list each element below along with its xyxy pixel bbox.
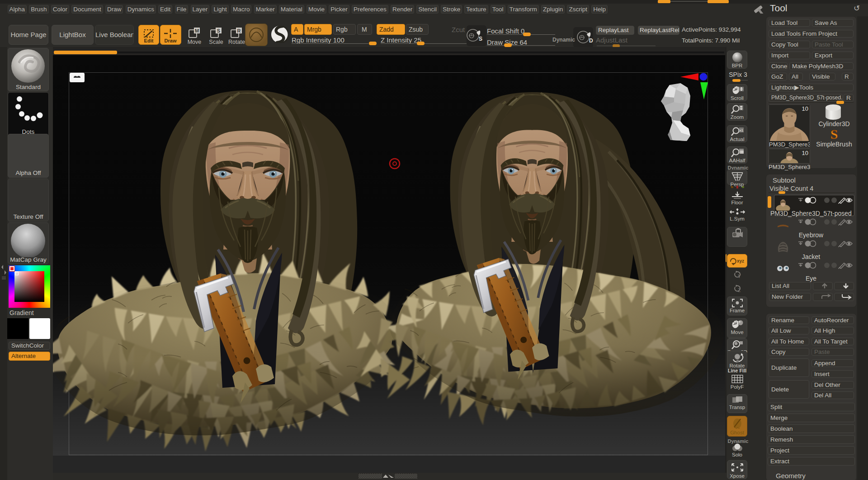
svg-text:Z: Z [738, 288, 741, 293]
svg-text:S: S [479, 36, 482, 42]
svg-text:M: M [195, 28, 199, 33]
svg-text:R: R [237, 28, 241, 33]
svg-text:S: S [217, 28, 220, 33]
svg-text:Draw: Draw [165, 38, 177, 43]
svg-text:S: S [830, 127, 838, 141]
svg-text:D: D [589, 38, 593, 44]
svg-text:xyz: xyz [737, 259, 744, 264]
svg-text:Y: Y [738, 274, 741, 279]
svg-text:Edit: Edit [144, 38, 154, 43]
svg-text:x1: x1 [739, 128, 743, 132]
